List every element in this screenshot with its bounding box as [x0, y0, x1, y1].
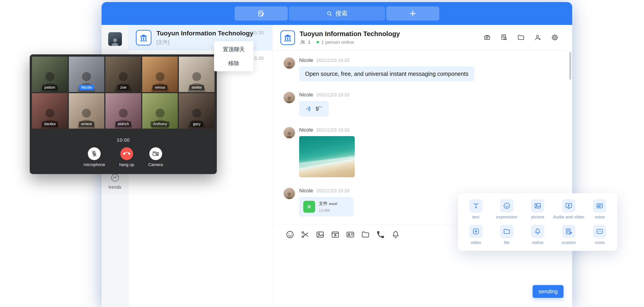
text-message-bubble[interactable]: Open source, free, and universal instant… — [299, 66, 474, 81]
participant-name: patton — [42, 85, 58, 90]
participant-tile[interactable]: Anthony — [142, 93, 178, 129]
message-meta: Nicole 2021/12/3 10:33 — [299, 188, 350, 194]
participant-tile[interactable]: patton — [32, 57, 68, 92]
microphone-muted-icon — [90, 150, 98, 157]
popover-label: more — [595, 240, 605, 245]
send-card-button[interactable] — [346, 230, 355, 239]
menu-item-pin-chat[interactable]: 置顶聊天 — [214, 42, 254, 56]
image-message-thumbnail[interactable] — [299, 136, 355, 177]
settings-button[interactable] — [551, 33, 559, 42]
sender-name: Nicole — [299, 57, 313, 63]
chat-group-avatar — [280, 30, 295, 45]
participant-tile[interactable]: stellar — [179, 57, 214, 92]
participant-tile[interactable]: venus — [142, 57, 178, 92]
scrollbar-thumb[interactable] — [569, 52, 571, 80]
popover-item-video[interactable]: video — [460, 222, 491, 248]
message-body: Nicole 2021/12/3 10:33 — [299, 127, 355, 177]
sender-avatar[interactable] — [284, 188, 295, 199]
online-status: 1 person online — [321, 39, 354, 45]
send-button[interactable]: sending — [533, 285, 564, 298]
participant-name: aldrich — [115, 121, 131, 127]
participant-tile[interactable]: gary — [179, 93, 214, 129]
microphone-button[interactable] — [88, 147, 100, 160]
search-input[interactable]: 搜索 — [289, 6, 385, 20]
conversation-time: 15:20 — [252, 55, 264, 61]
sidebar-item-trends[interactable]: trends — [102, 173, 128, 190]
chat-history-search-button[interactable] — [500, 33, 508, 42]
files-button[interactable] — [517, 33, 525, 42]
menu-item-remove[interactable]: 移除 — [214, 56, 254, 70]
custom-icon-tile — [562, 225, 576, 238]
excel-file-icon — [303, 201, 315, 213]
sender-avatar[interactable] — [284, 92, 295, 103]
camera-label: Camera — [148, 162, 163, 167]
online-dot — [316, 41, 319, 43]
expression-icon — [503, 202, 511, 210]
voice-message-bubble[interactable]: 9`` — [299, 101, 329, 116]
message-input-area[interactable]: sending — [272, 244, 572, 307]
message-time: 2021/12/3 10:33 — [316, 188, 350, 194]
send-video-button[interactable] — [331, 230, 340, 239]
file-message-card[interactable]: 文件.excel 12.8M — [299, 197, 354, 217]
bell-icon — [391, 230, 400, 239]
sender-name: Nicole — [299, 188, 313, 194]
participant-tile[interactable]: Nicole — [69, 57, 104, 92]
add-member-button[interactable] — [534, 33, 542, 42]
search-placeholder: 搜索 — [335, 9, 348, 17]
picture-icon-tile — [531, 199, 544, 212]
microphone-label: microphone — [84, 162, 105, 167]
popover-item-custom[interactable]: custom — [553, 222, 584, 248]
add-button[interactable] — [386, 6, 439, 20]
voice-icon — [596, 202, 604, 210]
sender-avatar[interactable] — [284, 57, 295, 69]
screenshot-button[interactable] — [300, 230, 310, 239]
popover-item-more[interactable]: more — [584, 222, 615, 248]
trends-label: trends — [109, 185, 122, 190]
send-file-button[interactable] — [361, 230, 370, 239]
popover-item-picture[interactable]: picture — [522, 196, 553, 222]
popover-item-audio-video[interactable]: Audio and video — [553, 196, 584, 222]
sender-name: Nicole — [299, 92, 313, 98]
notice-bell-icon — [534, 228, 542, 235]
hang-up-button[interactable] — [120, 147, 133, 160]
chat-header: Tuoyun Information Technology 1 1 person… — [272, 25, 572, 50]
message-time: 2021/12/3 10:33 — [316, 92, 350, 97]
popover-label: expression — [496, 215, 517, 220]
conversation-title: Tuoyun Information Technology — [156, 30, 254, 37]
participant-tile[interactable]: danika — [32, 93, 68, 129]
compose-button[interactable] — [235, 6, 288, 20]
plus-icon — [409, 9, 417, 17]
popover-item-notice[interactable]: notice — [522, 222, 553, 248]
message-image: Nicole 2021/12/3 10:33 — [284, 127, 572, 177]
camera-control: Camera — [148, 147, 163, 167]
voice-duration: 9`` — [316, 105, 323, 112]
emoji-button[interactable] — [286, 230, 294, 239]
conversation-time: 15:20 — [252, 30, 264, 35]
notice-button[interactable] — [391, 230, 400, 239]
participant-tile[interactable]: zoe — [106, 57, 141, 92]
popover-item-file[interactable]: file — [491, 222, 522, 248]
popover-item-expression[interactable]: expression — [491, 196, 522, 222]
popover-item-text[interactable]: text — [460, 196, 491, 222]
popover-label: video — [471, 240, 481, 245]
context-menu: 置顶聊天 移除 — [214, 41, 254, 71]
more-icon — [596, 228, 604, 235]
participant-name: venus — [152, 85, 168, 90]
user-avatar[interactable] — [108, 32, 122, 46]
folder-icon — [517, 33, 525, 41]
announcement-button[interactable] — [483, 33, 491, 42]
send-picture-button[interactable] — [316, 230, 325, 239]
microphone-control: microphone — [84, 147, 105, 167]
announcement-icon — [483, 33, 491, 41]
sender-avatar[interactable] — [284, 127, 295, 138]
participant-name: danika — [42, 121, 58, 127]
popover-item-voice[interactable]: voice — [584, 196, 615, 222]
participant-tile[interactable]: aldrich — [106, 93, 141, 129]
chat-header-actions — [483, 33, 559, 42]
composer-popover: text expression picture Audio and video … — [458, 193, 618, 251]
participant-tile[interactable]: ernest — [69, 93, 104, 129]
call-button[interactable] — [376, 230, 385, 239]
camera-button[interactable] — [149, 147, 162, 160]
message-time: 2021/12/3 10:33 — [316, 127, 350, 133]
participant-name: gary — [191, 121, 203, 127]
